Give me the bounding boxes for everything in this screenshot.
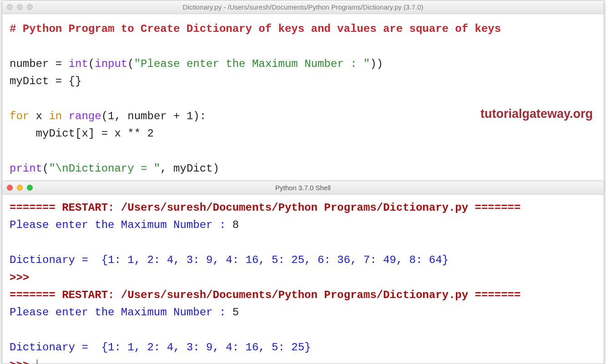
- minimize-icon[interactable]: [17, 4, 23, 10]
- code-comment: # Python Program to Create Dictionary of…: [10, 23, 501, 35]
- code-text: (: [42, 162, 49, 175]
- maximize-icon[interactable]: [27, 4, 33, 10]
- shell-title: Python 3.7.0 Shell: [2, 184, 604, 192]
- shell-body[interactable]: ======= RESTART: /Users/suresh/Documents…: [2, 195, 604, 364]
- code-builtin-print: print: [10, 162, 42, 175]
- close-icon[interactable]: [7, 4, 13, 10]
- maximize-icon[interactable]: [27, 185, 33, 191]
- code-string: "Please enter the Maximum Number : ": [134, 58, 370, 70]
- code-keyword-for: for: [10, 110, 29, 122]
- code-text: (: [127, 58, 134, 70]
- code-string: "\nDictionary = ": [49, 162, 160, 175]
- code-text: myDict = {}: [10, 75, 81, 87]
- shell-restart-line: ======= RESTART: /Users/suresh/Documents…: [10, 289, 520, 301]
- editor-title: Dictionary.py - /Users/suresh/Documents/…: [2, 3, 604, 11]
- shell-ps: >>>: [10, 272, 36, 284]
- shell-output-label: Dictionary =: [10, 341, 95, 354]
- shell-ps: >>>: [10, 359, 36, 364]
- code-keyword-in: in: [49, 110, 62, 122]
- code-text: x: [29, 110, 49, 122]
- shell-restart-line: ======= RESTART: /Users/suresh/Documents…: [10, 202, 520, 214]
- text-cursor: [37, 359, 37, 364]
- close-icon[interactable]: [7, 185, 13, 191]
- code-builtin-input: input: [95, 58, 127, 70]
- code-text: [62, 110, 68, 122]
- shell-traffic-lights: [7, 185, 33, 191]
- minimize-icon[interactable]: [17, 185, 23, 191]
- editor-body[interactable]: # Python Program to Create Dictionary of…: [2, 14, 604, 178]
- code-text: (: [88, 58, 95, 70]
- code-builtin-int: int: [69, 58, 88, 70]
- shell-window: Python 3.7.0 Shell ======= RESTART: /Use…: [2, 181, 604, 364]
- watermark: tutorialgateway.org: [480, 104, 593, 124]
- shell-prompt-label: Please enter the Maximum Number :: [10, 219, 232, 231]
- shell-titlebar[interactable]: Python 3.7.0 Shell: [2, 181, 604, 195]
- shell-output-value: {1: 1, 2: 4, 3: 9, 4: 16, 5: 25}: [95, 341, 311, 354]
- code-text: number =: [10, 58, 69, 70]
- editor-traffic-lights: [7, 4, 33, 10]
- shell-input-value: 8: [232, 219, 239, 231]
- code-text: , myDict): [160, 162, 219, 175]
- editor-titlebar[interactable]: Dictionary.py - /Users/suresh/Documents/…: [2, 0, 604, 14]
- shell-output-label: Dictionary =: [10, 254, 95, 266]
- shell-prompt-label: Please enter the Maximum Number :: [10, 306, 232, 318]
- editor-window: Dictionary.py - /Users/suresh/Documents/…: [2, 0, 604, 189]
- shell-input-value: 5: [232, 306, 239, 318]
- shell-output-value: {1: 1, 2: 4, 3: 9, 4: 16, 5: 25, 6: 36, …: [95, 254, 449, 266]
- code-builtin-range: range: [69, 110, 101, 122]
- code-text: myDict[x] = x ** 2: [10, 127, 154, 140]
- code-text: (1, number + 1):: [101, 110, 206, 122]
- code-text: )): [370, 58, 383, 70]
